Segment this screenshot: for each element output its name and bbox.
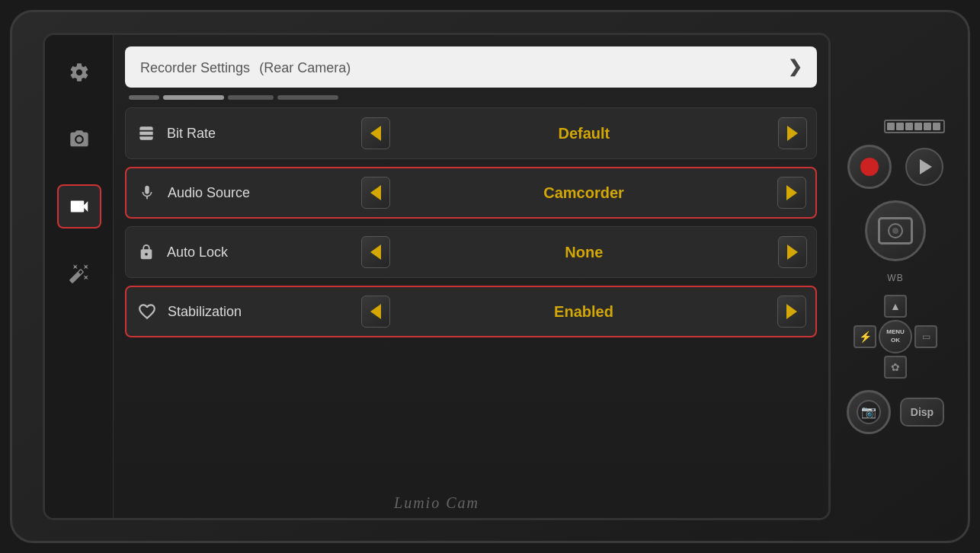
audio-source-right-arrow: [786, 185, 797, 200]
screen-sidebar: [45, 35, 114, 518]
bit-rate-right-arrow: [787, 126, 798, 141]
battery-seg-3: [905, 123, 913, 130]
settings-title: Recorder Settings (Rear Camera): [140, 57, 351, 77]
scroll-seg-2: [163, 95, 224, 100]
stabilization-right-btn[interactable]: [777, 296, 806, 328]
dpad-right-button[interactable]: ▭: [914, 325, 937, 348]
stabilization-right-arrow: [786, 304, 797, 319]
dpad-left-button[interactable]: ⚡: [853, 325, 876, 348]
auto-lock-icon: [135, 241, 158, 264]
screen-area: Recorder Settings (Rear Camera) ❯: [43, 33, 831, 520]
main-panel: Recorder Settings (Rear Camera) ❯: [114, 35, 828, 518]
audio-source-left-btn[interactable]: [361, 177, 390, 209]
sidebar-icon-effects[interactable]: [57, 251, 101, 296]
settings-chevron: ❯: [788, 57, 802, 77]
battery-indicator: [884, 120, 945, 133]
bit-rate-left-arrow: [370, 126, 381, 141]
auto-lock-right-btn[interactable]: [778, 236, 807, 268]
right-controls: WB ▲ ✿ ⚡ ▭ MENU OK: [842, 120, 949, 434]
camera-lens: [888, 223, 903, 238]
camera-body: Recorder Settings (Rear Camera) ❯: [10, 10, 970, 543]
record-dot: [860, 158, 879, 176]
audio-source-label: Audio Source: [168, 185, 352, 201]
audio-source-icon: [136, 181, 159, 204]
auto-lock-value: None: [399, 244, 769, 261]
menu-ok-label: MENU OK: [886, 328, 905, 344]
stabilization-icon: [136, 300, 159, 323]
settings-header[interactable]: Recorder Settings (Rear Camera) ❯: [125, 46, 817, 88]
settings-title-sub: (Rear Camera): [259, 60, 351, 75]
stabilization-value: Enabled: [399, 303, 768, 321]
auto-lock-row: Auto Lock None: [125, 226, 817, 278]
auto-lock-right-arrow: [787, 245, 798, 260]
audio-source-row: Audio Source Camcorder: [125, 167, 817, 219]
play-button[interactable]: [905, 148, 943, 186]
audio-source-right-btn[interactable]: [777, 177, 806, 209]
dpad-down-button[interactable]: ✿: [884, 356, 907, 379]
camera-dial[interactable]: [865, 200, 926, 261]
bottom-btn-row: 📷 Disp: [847, 390, 944, 434]
camera-dial-icon: [878, 217, 913, 245]
frame-icon: ▭: [922, 331, 930, 342]
battery-seg-1: [887, 123, 895, 130]
settings-title-main: Recorder Settings: [140, 60, 250, 75]
bit-rate-row: Bit Rate Default: [125, 107, 817, 159]
sidebar-icon-video[interactable]: [57, 184, 101, 229]
disp-label: Disp: [911, 406, 934, 418]
battery-seg-5: [924, 123, 931, 130]
brand-label: Lumio Cam: [45, 494, 828, 512]
menu-ok-button[interactable]: MENU OK: [879, 320, 912, 353]
top-btn-row: [847, 145, 943, 189]
scroll-seg-3: [228, 95, 274, 100]
audio-source-value: Camcorder: [399, 184, 768, 202]
capture-button[interactable]: 📷: [847, 390, 891, 434]
audio-source-left-arrow: [370, 185, 381, 200]
flash-icon: ⚡: [859, 331, 872, 343]
wb-label: WB: [887, 273, 903, 283]
battery-seg-6: [933, 123, 940, 130]
auto-lock-left-btn[interactable]: [361, 236, 390, 268]
auto-lock-label: Auto Lock: [167, 245, 352, 261]
record-button[interactable]: [847, 145, 892, 189]
stabilization-label: Stabilization: [168, 304, 352, 320]
disp-button[interactable]: Disp: [900, 398, 944, 427]
capture-inner: 📷: [857, 400, 881, 424]
dpad: ▲ ✿ ⚡ ▭ MENU OK: [853, 295, 937, 379]
bit-rate-value: Default: [399, 125, 769, 142]
sidebar-icon-photo[interactable]: [57, 117, 101, 161]
sidebar-icon-settings[interactable]: [57, 50, 101, 94]
auto-lock-left-arrow: [370, 245, 381, 260]
battery-seg-2: [896, 123, 904, 130]
bit-rate-right-btn[interactable]: [778, 117, 807, 149]
scroll-indicators: [125, 95, 817, 100]
bit-rate-left-btn[interactable]: [361, 117, 390, 149]
stabilization-left-btn[interactable]: [361, 296, 390, 328]
stabilization-row: Stabilization Enabled: [125, 286, 817, 337]
bit-rate-icon: [135, 122, 158, 145]
scroll-seg-1: [129, 95, 159, 100]
bit-rate-label: Bit Rate: [167, 126, 352, 142]
play-icon: [920, 159, 932, 174]
capture-symbol: 📷: [861, 404, 876, 419]
camera-lens-inner: [892, 228, 898, 234]
battery-seg-4: [914, 123, 922, 130]
stabilization-left-arrow: [370, 304, 381, 319]
dpad-up-button[interactable]: ▲: [884, 295, 907, 318]
scroll-seg-4: [277, 95, 338, 100]
